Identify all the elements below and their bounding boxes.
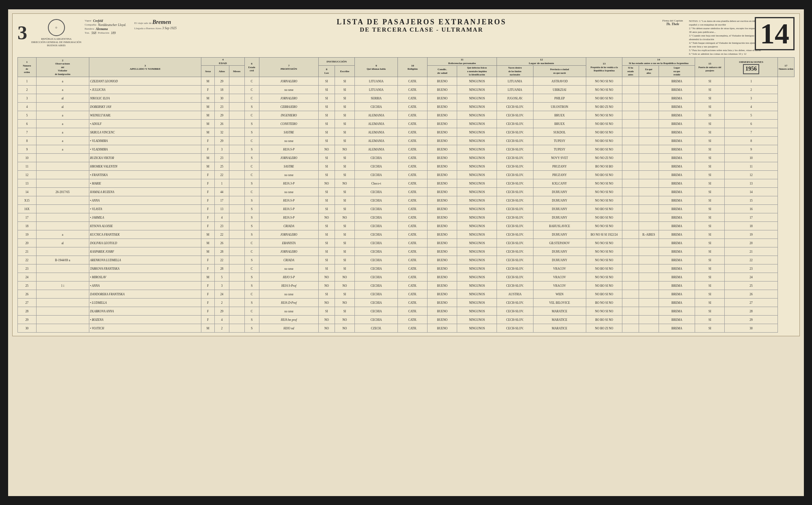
table-row: 27• LUDMILLAF2SHIJA D-ProfNONOCECHIACATH… bbox=[18, 299, 795, 307]
table-row: 13• MARIEF1SHIJA 3-PNONOCheco-tCATH.BUEN… bbox=[18, 179, 795, 188]
col-header-num: 1Númerodeorden bbox=[18, 58, 37, 77]
table-row: 5aWEINELT KARLM29CINGENIEROSISIALEMANIAC… bbox=[18, 111, 795, 120]
col-header-pais-nac: Nacen dentrode los límitesnacionales bbox=[497, 66, 533, 77]
table-row: 4alDOBERSKY JANM23SCERRAJEROSISICECHIACA… bbox=[18, 103, 795, 111]
col-header-salud: Condic.de salud bbox=[428, 66, 457, 77]
passenger-table: 1Númerodeorden 2ObservacionesdelVisitado… bbox=[17, 57, 795, 333]
table-row: 10RUZICKA VIKTORM23SJORNALEROSISICECHIAC… bbox=[18, 154, 795, 162]
col-header-prof: 7PROFESIÓN bbox=[259, 58, 318, 77]
table-row: X15• ANNAF17SHIJA S-PSISICECHIACATH.BUEN… bbox=[18, 196, 795, 205]
table-row: 30• VOJTICHM2SHIJO ndNONOCZECH.CATH.BUEN… bbox=[18, 324, 795, 333]
table-row: 21KASPAREK JOSRFM28CJORNALEROSISICECHIAC… bbox=[18, 247, 795, 256]
table-row: 6a• ADOLFM26SCONFITEROSISIALEMANIACATH.B… bbox=[18, 120, 795, 128]
col-header-en-anos: En quéaños bbox=[639, 66, 659, 77]
col-header-observaciones: OBSERVACIONES1956 bbox=[725, 58, 777, 77]
col-header-sexo: Sexo bbox=[201, 66, 215, 77]
col-header-instruccion: INSTRUCCIÓN bbox=[319, 58, 355, 66]
table-row: 3alNIKOLIC ILIJAM30CJORNALEROSISISERBIAC… bbox=[18, 94, 795, 103]
page-inner: Lista N° 5 3 ⊙ REPÚBLICA ARGENTINA DIREC… bbox=[12, 13, 800, 337]
document-page: Lista N° 5 3 ⊙ REPÚBLICA ARGENTINA DIREC… bbox=[8, 9, 804, 496]
col-header-meses: Meses bbox=[229, 66, 244, 77]
table-row: 1aCZEZIANT LEONIODM29CJORNALEROSISILITUA… bbox=[18, 77, 795, 86]
page-number-left: 3 bbox=[17, 23, 27, 43]
col-header-en-lugar: Lugaren queresidió bbox=[659, 66, 695, 77]
col-header-anos: Años bbox=[214, 66, 229, 77]
table-row: 16X• VLASTAF13SHIJA 5-PSISICECHIACATH.BU… bbox=[18, 205, 795, 213]
col-header-civil: 6Estadocivil bbox=[244, 58, 259, 77]
table-row: 20alDOLIVKA LEOTOLDM26CEBANISTASISICECHI… bbox=[18, 239, 795, 247]
table-row: 7aSKBULA VINCENCM32SSASTRESISIALEMANIACA… bbox=[18, 128, 795, 137]
table-row: 11HROMEK VALENTINM25CSASTRESISICECHIACAT… bbox=[18, 162, 795, 171]
table-row: 24• MIROSLAVM5SHIJO S-PNONOCECHIACATH.BU… bbox=[18, 273, 795, 282]
table-row: 18KYSOVA ALOISIEF23SCRIADASISICECHIACATH… bbox=[18, 222, 795, 230]
table-row: 9a• VLADIMIRAF3SHIJA S-PNONOALEMANIACATH… bbox=[18, 145, 795, 154]
col-header-norden: 17Número orden bbox=[777, 58, 794, 77]
republic-seal: ⊙ bbox=[48, 19, 65, 36]
route-details: El viaje sale de Bremen Llegada a Buenos… bbox=[134, 19, 177, 30]
col-header-religion: 10Religión bbox=[398, 58, 428, 77]
col-header-ciudad-nac: Provincia o ciudaden que nació bbox=[533, 66, 586, 77]
col-header-escribe: Escribe bbox=[335, 66, 355, 77]
table-row: 23TARKOVA FRANTISKAF28Csu casaSISICECHIA… bbox=[18, 264, 795, 273]
col-header-nacimiento: 12Lugar de nacimiento bbox=[497, 58, 586, 66]
col-header-defectos: Qué defectos físicoso mentales impidenla… bbox=[457, 66, 497, 77]
col-header-ref-personal: 11Referencias personales bbox=[428, 58, 497, 66]
table-row: 19aKUCNICA FRANTISEKM22SJORNALEROSISICEC… bbox=[18, 230, 795, 239]
table-row: 1426-2017/65HAMALA RUZENAF44Csu casaSISI… bbox=[18, 188, 795, 196]
document-big-number: 14 bbox=[755, 17, 795, 50]
table-row: 8a• VLADIMIRAF29Csu casaSISIALEMANIACATH… bbox=[18, 137, 795, 145]
col-header-idioma: 9Qué idiomas habla bbox=[355, 58, 398, 77]
table-row: 12• FRANTISKAF22Csu casaSISICECHIACATH.B… bbox=[18, 171, 795, 179]
col-header-puerto: 15Puerto de embarco del pasajero bbox=[695, 58, 725, 77]
col-header-lee: 8Lee bbox=[319, 66, 335, 77]
table-row: 28DLABKOVA ANNAF29Csu casaSISICECHIACATH… bbox=[18, 307, 795, 316]
captain-section: Firma del Capitán Th. Thele bbox=[662, 19, 683, 26]
col-header-name: 3APELLIDO Y NOMBRE bbox=[89, 58, 201, 77]
col-header-propuestos: 13Propósito de ho venida a la República … bbox=[586, 58, 622, 77]
ship-details: Vapor Crefeld Compañía Norddeutscher Llo… bbox=[84, 19, 126, 35]
table-row: 2a• JULIJCNAF18Csu casaSISILITUANIACATH.… bbox=[18, 86, 795, 94]
table-row: 17• JARMILAF4SHIJA S-PNONOCECHIACATH.BUE… bbox=[18, 213, 795, 222]
col-header-edad: 4EDAD bbox=[201, 58, 244, 66]
table-row: 29• BOZENAF4SHIJA hn profNONOCECHIACATH.… bbox=[18, 316, 795, 324]
table-row: 26DANDOREKA FRANTISKAF24Csu casaSISICECH… bbox=[18, 290, 795, 299]
table-row: 22B-1944/69 aARENKOVA LUDMILLAF22SCRIADA… bbox=[18, 256, 795, 264]
col-header-estado: 14Si ha estado antes o no en la Repúblic… bbox=[622, 58, 695, 66]
notes-section: NOTAS: 1.ª Los datos de esta planilla de… bbox=[689, 19, 762, 56]
col-header-obs: 2ObservacionesdelVisitadorde Inmigración bbox=[36, 58, 89, 77]
table-row: 251 i• ANNAF3SHIJA S-ProfNONOCECHIACATH.… bbox=[18, 282, 795, 290]
col-header-si-no: Si haestadoantes bbox=[622, 66, 639, 77]
document-title: LISTA DE PASAJEROS EXTRANJEROS DE TERCER… bbox=[185, 18, 659, 33]
